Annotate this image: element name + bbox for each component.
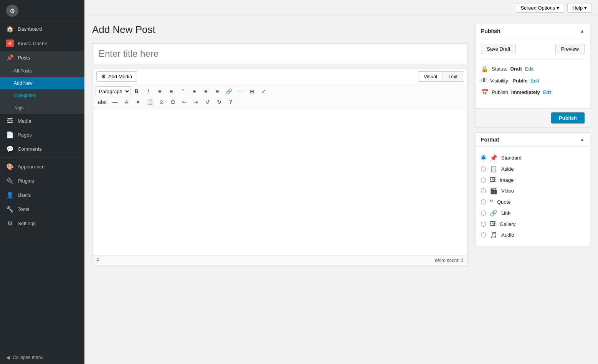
sidebar-item-posts[interactable]: 📌 Posts bbox=[0, 51, 84, 65]
ordered-list-button[interactable]: ≡ bbox=[166, 86, 177, 96]
align-center-button[interactable]: ≡ bbox=[200, 86, 211, 96]
publish-panel-body: Save Draft Preview 🔒 Status: Draft Edit … bbox=[476, 38, 590, 108]
publish-panel-title: Publish bbox=[481, 28, 501, 34]
sidebar-item-label: Media bbox=[18, 118, 31, 124]
post-title-input[interactable] bbox=[92, 43, 467, 64]
insert-more-button[interactable]: — bbox=[235, 86, 246, 96]
sidebar-item-kinsta[interactable]: K Kinsta Cache bbox=[0, 36, 84, 51]
format-radio-image[interactable] bbox=[481, 178, 486, 183]
sidebar-item-tools[interactable]: 🔧 Tools bbox=[0, 202, 84, 216]
format-panel-toggle[interactable]: ▲ bbox=[580, 137, 585, 142]
format-label-aside: Aside bbox=[501, 166, 514, 172]
sidebar-item-pages[interactable]: 📄 Pages bbox=[0, 128, 84, 142]
undo-button[interactable]: ↺ bbox=[202, 97, 213, 107]
indent-button[interactable]: ⇥ bbox=[191, 97, 202, 107]
sidebar-item-dashboard[interactable]: 🏠 Dashboard bbox=[0, 22, 84, 36]
format-icon-audio: 🎵 bbox=[490, 231, 497, 239]
format-radio-aside[interactable] bbox=[481, 166, 486, 171]
publish-edit-link[interactable]: Edit bbox=[543, 89, 552, 95]
help-toolbar-button[interactable]: ? bbox=[225, 97, 236, 107]
format-icon-video: 🎬 bbox=[490, 187, 497, 194]
settings-icon: ⚙ bbox=[6, 220, 14, 227]
strikethrough-button[interactable]: abc bbox=[96, 97, 109, 107]
insert-link-button[interactable]: 🔗 bbox=[223, 86, 235, 96]
publish-panel-toggle[interactable]: ▲ bbox=[580, 28, 585, 34]
timing-icon: 📅 bbox=[481, 89, 489, 96]
italic-button[interactable]: I bbox=[143, 86, 154, 96]
paragraph-format-select[interactable]: Paragraph bbox=[96, 86, 131, 96]
redo-button[interactable]: ↻ bbox=[214, 97, 225, 107]
text-color-button[interactable]: A bbox=[121, 97, 132, 107]
editor-section: Add New Post ⚙ Add Media Visual Tex bbox=[92, 24, 467, 356]
sidebar-item-users[interactable]: 👤 Users bbox=[0, 188, 84, 202]
appearance-icon: 🎨 bbox=[6, 163, 14, 170]
format-option-video: 🎬Video bbox=[481, 185, 585, 196]
visibility-row: 👁 Visibility: Public Edit bbox=[481, 75, 585, 86]
format-radio-link[interactable] bbox=[481, 211, 486, 216]
paste-text-button[interactable]: 📋 bbox=[144, 97, 155, 107]
sidebar-item-appearance[interactable]: 🎨 Appearance bbox=[0, 160, 84, 174]
collapse-menu-label: Collapse menu bbox=[13, 355, 43, 360]
paragraph-indicator: P bbox=[96, 258, 99, 263]
add-media-button[interactable]: ⚙ Add Media bbox=[96, 71, 137, 82]
side-panels: Publish ▲ Save Draft Preview 🔒 Status: D… bbox=[475, 24, 590, 356]
status-edit-link[interactable]: Edit bbox=[525, 66, 534, 72]
sidebar-item-tags[interactable]: Tags bbox=[0, 102, 84, 114]
visual-tab[interactable]: Visual bbox=[418, 71, 443, 82]
format-icon-link: 🔗 bbox=[490, 209, 497, 217]
text-tab-label: Text bbox=[448, 74, 458, 79]
publish-button[interactable]: Publish bbox=[551, 112, 585, 124]
collapse-menu[interactable]: ◀ Collapse menu bbox=[0, 351, 84, 364]
text-color-dropdown[interactable]: ▾ bbox=[133, 97, 144, 107]
sidebar-item-categories[interactable]: Categories bbox=[0, 89, 84, 102]
screen-options-label: Screen Options bbox=[521, 5, 555, 11]
align-left-button[interactable]: ≡ bbox=[189, 86, 200, 96]
sidebar-item-settings[interactable]: ⚙ Settings bbox=[0, 216, 84, 231]
clear-formatting-button[interactable]: ⊘ bbox=[156, 97, 167, 107]
sidebar-item-media[interactable]: 🖼 Media bbox=[0, 114, 84, 128]
format-option-gallery: 🖼Gallery bbox=[481, 219, 585, 229]
bold-button[interactable]: B bbox=[131, 86, 142, 96]
sidebar-logo: ⚙ bbox=[0, 0, 84, 22]
align-right-button[interactable]: ≡ bbox=[212, 86, 223, 96]
format-radio-quote[interactable] bbox=[481, 199, 486, 204]
blockquote-button[interactable]: " bbox=[177, 86, 188, 96]
toolbar-row-2: abc — A ▾ 📋 ⊘ Ω ⇤ ⇥ ↺ ↻ ? bbox=[96, 97, 464, 107]
format-radio-audio[interactable] bbox=[481, 232, 486, 237]
sidebar-item-add-new[interactable]: Add New bbox=[0, 77, 84, 89]
help-button[interactable]: Help ▾ bbox=[567, 3, 592, 13]
sidebar-item-label: Users bbox=[18, 192, 31, 198]
outdent-button[interactable]: ⇤ bbox=[179, 97, 190, 107]
sidebar-item-comments[interactable]: 💬 Comments bbox=[0, 142, 84, 156]
publish-label: Publish bbox=[492, 89, 508, 95]
visibility-edit-link[interactable]: Edit bbox=[530, 78, 539, 84]
preview-button[interactable]: Preview bbox=[555, 44, 585, 54]
format-radio-gallery[interactable] bbox=[481, 222, 486, 227]
format-label-image: Image bbox=[500, 177, 514, 183]
horizontal-rule-button[interactable]: — bbox=[110, 97, 121, 107]
sidebar-item-all-posts[interactable]: All Posts bbox=[0, 65, 84, 77]
special-char-button[interactable]: Ω bbox=[168, 97, 178, 107]
topbar: Screen Options ▾ Help ▾ bbox=[84, 0, 598, 16]
format-label-video: Video bbox=[501, 188, 514, 194]
tools-icon: 🔧 bbox=[6, 206, 14, 213]
save-draft-button[interactable]: Save Draft bbox=[481, 44, 516, 54]
unordered-list-button[interactable]: ≡ bbox=[154, 86, 165, 96]
editor-body[interactable] bbox=[93, 109, 467, 255]
toolbar-row-1: Paragraph B I ≡ ≡ " ≡ ≡ ≡ 🔗 — ⊞ ⤢ bbox=[96, 86, 464, 96]
screen-options-button[interactable]: Screen Options ▾ bbox=[516, 3, 565, 13]
sidebar-item-label: Pages bbox=[18, 132, 32, 138]
format-option-quote: ❝Quote bbox=[481, 196, 585, 208]
fullscreen-button[interactable]: ⤢ bbox=[258, 86, 269, 96]
toggle-toolbar-button[interactable]: ⊞ bbox=[247, 86, 258, 96]
status-label: Status: bbox=[492, 66, 507, 72]
format-panel-title: Format bbox=[481, 137, 499, 143]
sidebar-item-plugins[interactable]: 🔌 Plugins bbox=[0, 174, 84, 188]
format-option-audio: 🎵Audio bbox=[481, 229, 585, 240]
text-tab[interactable]: Text bbox=[443, 71, 463, 82]
visibility-label: Visibility: bbox=[490, 78, 509, 84]
format-radio-video[interactable] bbox=[481, 188, 486, 193]
format-radio-standard[interactable] bbox=[481, 155, 486, 160]
sidebar-item-label: Kinsta Cache bbox=[18, 41, 47, 46]
format-label-quote: Quote bbox=[497, 199, 510, 205]
